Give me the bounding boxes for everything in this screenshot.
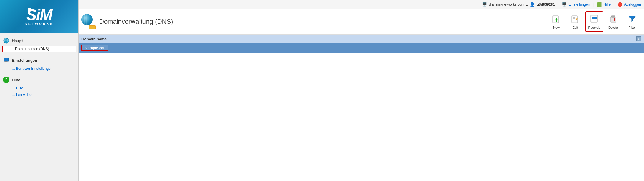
table-header: Domain name ≡ [79, 35, 644, 43]
einstellungen-section-label: Einstellungen [12, 58, 37, 63]
sidebar-section-header-einstellungen: Einstellungen [0, 55, 78, 65]
username: u3d839281 [536, 2, 555, 7]
domain-value: example.com [81, 45, 108, 51]
table-row[interactable]: example.com [79, 43, 644, 53]
delete-button[interactable]: Delete [604, 11, 622, 32]
sidebar-item-hilfe[interactable]: … Hilfe [0, 85, 78, 91]
edit-button[interactable]: Edit [566, 11, 584, 32]
sidebar-section-einstellungen: Einstellungen … Benutzer Einstellungen [0, 55, 78, 72]
dot-icon-4: … [12, 93, 15, 96]
dot-icon: … [11, 47, 14, 51]
records-label: Records [588, 26, 600, 29]
page-title-icon-wrap [81, 15, 96, 29]
svg-rect-6 [5, 61, 7, 62]
svg-rect-10 [89, 26, 95, 29]
filter-button[interactable]: Filter [623, 11, 641, 32]
edit-label: Edit [573, 26, 578, 29]
new-icon [552, 14, 561, 25]
content-header: Domainverwaltung (DNS) New [79, 9, 644, 35]
svg-rect-12 [553, 16, 558, 22]
folder-icon [89, 24, 96, 29]
benutzer-label: Benutzer Einstellungen [16, 66, 52, 71]
sidebar-section-header-hilfe: ? Hilfe [0, 75, 78, 85]
domain-cell: example.com [81, 45, 641, 51]
topbar-info: 🖥️ dns.sim-networks.com :: 👤 u3d839281 |… [482, 2, 641, 7]
haupt-icon [3, 37, 9, 44]
page-title: Domainverwaltung (DNS) [99, 18, 173, 26]
ausloggen-link[interactable]: Ausloggen [624, 2, 641, 7]
filter-icon [627, 14, 637, 25]
question-icon: ? [3, 77, 9, 83]
new-button[interactable]: New [547, 11, 565, 32]
hilfe-icon-top: 🟩 [597, 2, 602, 7]
dot-icon-2: … [12, 67, 15, 70]
globe-icon [81, 14, 93, 25]
haupt-label: Haupt [12, 39, 23, 43]
toolbar: New Edit [547, 11, 641, 32]
sidebar-section-haupt: Haupt … Domainnamen (DNS) [0, 36, 78, 52]
new-label: New [553, 26, 560, 29]
ausloggen-icon: 🔴 [617, 2, 622, 7]
hilfe-link[interactable]: Hilfe [603, 2, 611, 7]
dot-icon-3: … [12, 87, 15, 90]
hilfe-section-label: Hilfe [12, 78, 20, 82]
dns-server: dns.sim-networks.com [489, 2, 524, 7]
einstellungen-icon: 🖥️ [562, 2, 567, 7]
svg-rect-5 [4, 58, 9, 61]
delete-icon [608, 14, 618, 25]
topbar-separator: :: [526, 2, 528, 7]
hilfe-item-label: Hilfe [16, 86, 23, 90]
lernvideo-label: Lernvideo [16, 93, 32, 97]
sidebar-section-header-haupt: Haupt [0, 36, 78, 46]
hilfe-icon: ? [3, 77, 9, 83]
sidebar-item-domainnamen[interactable]: … Domainnamen (DNS) [2, 46, 76, 52]
delete-label: Delete [608, 26, 618, 29]
domainnamen-label: Domainnamen (DNS) [15, 47, 49, 51]
logo-area: SiM NETWORKS [0, 0, 78, 33]
sidebar: SiM NETWORKS [0, 0, 79, 181]
topbar: 🖥️ dns.sim-networks.com :: 👤 u3d839281 |… [79, 0, 644, 9]
domain-name-header: Domain name [81, 37, 636, 41]
svg-rect-7 [5, 62, 8, 62]
user-icon: 👤 [530, 2, 535, 7]
einstellungen-link[interactable]: Einstellungen [568, 2, 590, 7]
sidebar-section-hilfe: ? Hilfe … Hilfe … Lernvideo [0, 75, 78, 98]
column-resize-btn[interactable]: ≡ [636, 36, 641, 41]
main-area: 🖥️ dns.sim-networks.com :: 👤 u3d839281 |… [79, 0, 644, 181]
records-button[interactable]: Records [585, 11, 603, 32]
sidebar-nav: Haupt … Domainnamen (DNS) [0, 33, 78, 181]
edit-icon [571, 14, 580, 25]
records-icon [589, 14, 599, 25]
filter-label: Filter [629, 26, 636, 29]
sidebar-item-lernvideo[interactable]: … Lernvideo [0, 91, 78, 98]
table-area: Domain name ≡ example.com [79, 35, 644, 181]
server-icon: 🖥️ [482, 2, 487, 7]
sidebar-item-benutzer[interactable]: … Benutzer Einstellungen [0, 65, 78, 72]
monitor-icon [3, 57, 9, 63]
page-title-area: Domainverwaltung (DNS) [81, 15, 173, 29]
